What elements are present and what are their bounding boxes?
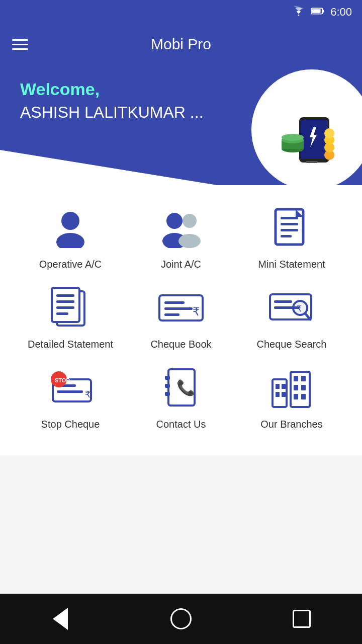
person-icon xyxy=(45,205,96,251)
svg-rect-51 xyxy=(165,376,170,380)
svg-rect-66 xyxy=(301,394,306,399)
svg-rect-24 xyxy=(281,229,298,231)
battery-icon xyxy=(311,6,324,19)
cheque-search-icon: ₹ xyxy=(266,285,317,331)
hamburger-menu[interactable] xyxy=(12,39,28,50)
svg-rect-32 xyxy=(56,312,68,315)
svg-rect-25 xyxy=(281,235,292,237)
svg-text:STOP: STOP xyxy=(55,377,70,383)
wifi-icon xyxy=(292,6,305,19)
menu-item-stop-cheque[interactable]: ₹ STOP Stop Cheque xyxy=(20,365,121,430)
svg-point-17 xyxy=(166,213,183,229)
svg-rect-53 xyxy=(165,392,170,396)
app-title: Mobi Pro xyxy=(151,36,211,53)
welcome-label: Welcome, xyxy=(20,79,204,99)
svg-rect-61 xyxy=(294,376,298,381)
svg-rect-56 xyxy=(276,384,280,389)
menu-item-cheque-book[interactable]: ₹ Cheque Book xyxy=(131,285,231,350)
svg-point-15 xyxy=(61,212,79,230)
svg-rect-22 xyxy=(281,217,298,219)
svg-point-19 xyxy=(183,214,197,228)
svg-rect-58 xyxy=(276,392,280,397)
our-branches-label: Our Branches xyxy=(260,419,322,430)
menu-item-mini-statement[interactable]: Mini Statement xyxy=(241,205,342,270)
status-time: 6:00 xyxy=(330,6,352,19)
svg-rect-29 xyxy=(56,294,74,297)
svg-rect-63 xyxy=(294,385,298,390)
svg-point-14 xyxy=(324,128,334,138)
svg-point-16 xyxy=(56,233,84,248)
home-button[interactable] xyxy=(166,604,196,634)
cheque-book-label: Cheque Book xyxy=(150,339,211,350)
svg-rect-62 xyxy=(301,376,306,381)
menu-item-detailed-statement[interactable]: Detailed Statement xyxy=(20,285,121,350)
svg-text:₹: ₹ xyxy=(85,389,90,399)
svg-point-20 xyxy=(178,234,201,248)
menu-item-joint-ac[interactable]: Joint A/C xyxy=(131,205,231,270)
hero-illustration xyxy=(251,69,362,185)
stop-cheque-label: Stop Cheque xyxy=(41,419,100,430)
svg-text:₹: ₹ xyxy=(193,305,200,318)
stop-cheque-icon: ₹ STOP xyxy=(45,365,96,411)
svg-rect-36 xyxy=(164,313,179,316)
svg-rect-1 xyxy=(312,9,321,13)
svg-rect-35 xyxy=(164,307,193,310)
cheque-icon: ₹ xyxy=(156,285,206,331)
svg-rect-60 xyxy=(291,372,310,407)
menu-item-cheque-search[interactable]: ₹ Cheque Search xyxy=(241,285,342,350)
recents-button[interactable] xyxy=(287,604,317,634)
svg-rect-2 xyxy=(322,10,324,13)
back-button[interactable] xyxy=(45,604,75,634)
building-icon xyxy=(266,365,317,411)
svg-rect-34 xyxy=(164,301,185,304)
svg-text:📞: 📞 xyxy=(176,379,196,397)
doc-lines-icon xyxy=(45,285,96,331)
svg-rect-64 xyxy=(301,385,306,390)
menu-item-operative-ac[interactable]: Operative A/C xyxy=(20,205,121,270)
contact-us-label: Contact Us xyxy=(156,419,206,430)
svg-rect-46 xyxy=(57,390,83,393)
svg-rect-65 xyxy=(294,394,298,399)
svg-rect-23 xyxy=(281,223,298,225)
cheque-search-label: Cheque Search xyxy=(257,339,327,350)
menu-grid: Operative A/C Joint A/C xyxy=(15,195,347,440)
svg-rect-39 xyxy=(274,300,292,303)
main-content: Operative A/C Joint A/C xyxy=(0,185,362,455)
header-banner: Welcome, ASHISH LALITKUMAR ... xyxy=(0,64,362,185)
svg-rect-31 xyxy=(56,306,74,309)
svg-rect-57 xyxy=(282,384,286,389)
svg-rect-52 xyxy=(165,384,170,388)
detailed-statement-label: Detailed Statement xyxy=(28,339,113,350)
user-name: ASHISH LALITKUMAR ... xyxy=(20,103,204,122)
status-bar: 6:00 xyxy=(0,0,362,24)
svg-rect-59 xyxy=(282,392,286,397)
joint-ac-label: Joint A/C xyxy=(161,259,201,270)
svg-rect-5 xyxy=(306,161,318,163)
mini-statement-label: Mini Statement xyxy=(258,259,325,270)
svg-point-10 xyxy=(282,134,304,141)
menu-item-contact-us[interactable]: 📞 Contact Us xyxy=(131,365,231,430)
header-text: Welcome, ASHISH LALITKUMAR ... xyxy=(20,79,204,122)
persons-icon xyxy=(156,205,206,251)
contact-icon: 📞 xyxy=(156,365,206,411)
svg-text:₹: ₹ xyxy=(297,304,302,313)
wave-decoration xyxy=(0,150,217,185)
bottom-nav xyxy=(0,594,362,644)
svg-rect-30 xyxy=(56,300,74,303)
menu-item-our-branches[interactable]: Our Branches xyxy=(241,365,342,430)
doc-icon xyxy=(266,205,317,251)
top-bar: Mobi Pro xyxy=(0,24,362,64)
svg-rect-28 xyxy=(52,288,79,322)
operative-ac-label: Operative A/C xyxy=(39,259,102,270)
